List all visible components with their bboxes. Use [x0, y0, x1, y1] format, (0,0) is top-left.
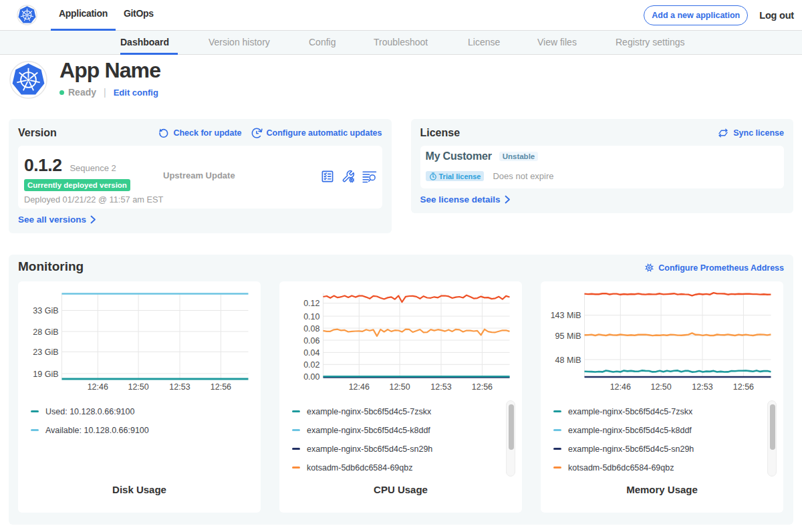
svg-text:33 GiB: 33 GiB: [33, 306, 58, 315]
svg-text:19 GiB: 19 GiB: [33, 369, 58, 378]
svg-text:12:50: 12:50: [650, 382, 671, 391]
svg-text:0.04: 0.04: [303, 348, 319, 357]
svg-text:48 MiB: 48 MiB: [555, 355, 581, 364]
svg-text:0.02: 0.02: [303, 360, 319, 369]
svg-text:95 MiB: 95 MiB: [555, 331, 581, 340]
svg-text:0.08: 0.08: [303, 323, 319, 333]
svg-text:12:46: 12:46: [610, 382, 631, 391]
svg-text:28 GiB: 28 GiB: [33, 327, 58, 336]
svg-text:12:50: 12:50: [128, 382, 148, 391]
svg-text:12:53: 12:53: [169, 382, 190, 391]
svg-text:23 GiB: 23 GiB: [33, 348, 58, 357]
svg-text:12:56: 12:56: [472, 382, 493, 391]
svg-text:0.12: 0.12: [303, 299, 319, 308]
svg-text:0.06: 0.06: [303, 336, 319, 345]
svg-text:12:56: 12:56: [733, 382, 754, 391]
svg-text:12:53: 12:53: [692, 382, 712, 391]
svg-text:12:56: 12:56: [211, 382, 231, 391]
svg-text:0.10: 0.10: [303, 311, 319, 321]
svg-text:12:46: 12:46: [88, 382, 108, 391]
svg-text:0.00: 0.00: [303, 372, 319, 382]
svg-text:12:50: 12:50: [389, 382, 410, 391]
svg-text:143 MiB: 143 MiB: [551, 311, 581, 320]
svg-text:12:46: 12:46: [349, 382, 370, 391]
svg-text:12:53: 12:53: [430, 382, 451, 391]
